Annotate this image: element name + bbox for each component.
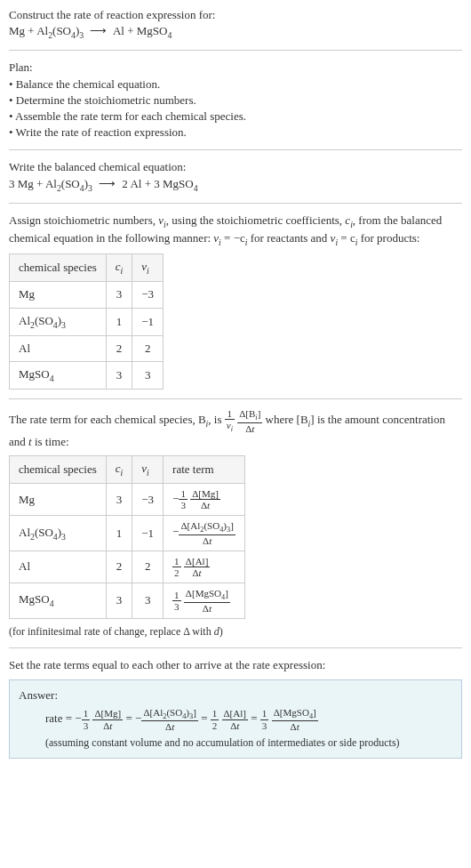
plan-item: Write the rate of reaction expression. xyxy=(9,125,462,141)
col-ci: ci xyxy=(106,455,132,483)
divider xyxy=(9,149,462,150)
col-species: chemical species xyxy=(10,455,107,483)
product-al-mgso4: Al + MgSO xyxy=(113,24,168,37)
plan-item: Determine the stoichiometric numbers. xyxy=(9,92,462,108)
divider xyxy=(9,50,462,51)
arrow-icon: ⟶ xyxy=(95,176,119,192)
table-row: MgSO4 3 3 xyxy=(10,362,164,390)
col-nui: νi xyxy=(132,254,164,282)
table-row: Mg 3 −3 −13 Δ[Mg]Δt xyxy=(10,484,245,516)
col-rateterm: rate term xyxy=(164,455,245,483)
table-header-row: chemical species ci νi rate term xyxy=(10,455,245,483)
table-row: Al 2 2 xyxy=(10,335,164,361)
plan-section: Plan: Balance the chemical equation. Det… xyxy=(9,60,462,141)
plan-item: Assemble the rate term for each chemical… xyxy=(9,108,462,125)
rateterm-section: The rate term for each chemical species,… xyxy=(9,408,462,639)
table-row: Mg 3 −3 xyxy=(10,282,164,308)
table-header-row: chemical species ci νi xyxy=(10,254,164,282)
fraction: Δ[Bi]Δt xyxy=(237,408,262,433)
stoich-table: chemical species ci νi Mg 3 −3 Al2(SO4)3… xyxy=(9,253,164,390)
title: Construct the rate of reaction expressio… xyxy=(9,7,462,23)
divider xyxy=(9,203,462,204)
final-section: Set the rate terms equal to each other t… xyxy=(9,657,462,759)
header-section: Construct the rate of reaction expressio… xyxy=(9,7,462,41)
divider xyxy=(9,647,462,648)
plan-list: Balance the chemical equation. Determine… xyxy=(9,76,462,141)
rate-expression: rate = −13 Δ[Mg]Δt = −Δ[Al2(SO4)3]Δt = 1… xyxy=(19,707,452,732)
balanced-title: Write the balanced chemical equation: xyxy=(9,159,462,175)
rateterm-table: chemical species ci νi rate term Mg 3 −3… xyxy=(9,455,245,619)
rateterm-intro: The rate term for each chemical species,… xyxy=(9,408,462,450)
col-ci: ci xyxy=(106,254,132,282)
col-nui: νi xyxy=(132,455,164,483)
table-row: Al2(SO4)3 1 −1 xyxy=(10,308,164,335)
balanced-equation: 3 Mg + Al2(SO4)3 ⟶ 2 Al + 3 MgSO4 xyxy=(9,176,462,194)
table-row: Al2(SO4)3 1 −1 −Δ[Al2(SO4)3]Δt xyxy=(10,516,245,551)
arrow-icon: ⟶ xyxy=(86,23,110,39)
unbalanced-equation: Mg + Al2(SO4)3 ⟶ Al + MgSO4 xyxy=(9,23,462,41)
infinitesimal-note: (for infinitesimal rate of change, repla… xyxy=(9,624,462,639)
plan-item: Balance the chemical equation. xyxy=(9,76,462,92)
answer-label: Answer: xyxy=(19,687,452,703)
table-row: Al 2 2 12 Δ[Al]Δt xyxy=(10,551,245,583)
fraction: 1νi xyxy=(225,408,235,433)
divider xyxy=(9,398,462,399)
stoich-section: Assign stoichiometric numbers, νi, using… xyxy=(9,213,462,390)
plan-title: Plan: xyxy=(9,60,462,76)
answer-box: Answer: rate = −13 Δ[Mg]Δt = −Δ[Al2(SO4)… xyxy=(9,679,462,759)
stoich-intro: Assign stoichiometric numbers, νi, using… xyxy=(9,213,462,248)
col-species: chemical species xyxy=(10,254,107,282)
balanced-section: Write the balanced chemical equation: 3 … xyxy=(9,159,462,193)
answer-note: (assuming constant volume and no accumul… xyxy=(19,735,452,751)
table-row: MgSO4 3 3 13 Δ[MgSO4]Δt xyxy=(10,583,245,618)
final-title: Set the rate terms equal to each other t… xyxy=(9,657,462,673)
reactant-mg-al: Mg + Al xyxy=(9,24,48,37)
